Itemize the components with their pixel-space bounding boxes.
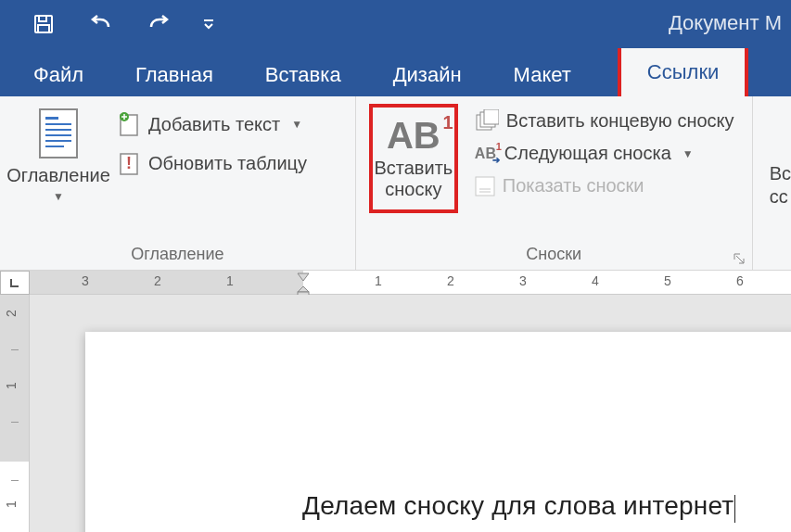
save-icon [32,13,55,35]
next-footnote-button[interactable]: AB1➔ Следующая сноска ▼ [475,143,734,164]
ruler-num: 3 [519,273,527,288]
ruler-num: 6 [736,273,744,288]
tab-design[interactable]: Дизайн [388,54,467,96]
chevron-down-icon: ▼ [53,190,64,203]
update-table-icon: ! [119,150,141,176]
tab-layout[interactable]: Макет [508,54,577,96]
svg-rect-7 [45,134,71,136]
show-footnotes-label: Показать сноски [503,175,644,196]
redo-button[interactable] [143,8,174,40]
tab-stop-icon [9,277,20,288]
insert-footnote-label-1: Вставить [374,158,453,178]
update-table-button[interactable]: ! Обновить таблицу [119,150,307,176]
add-text-icon [119,111,141,137]
dialog-launcher-icon [734,253,745,264]
footnote-ab-icon: AB1 [387,117,440,154]
svg-rect-3 [40,109,77,158]
svg-rect-9 [45,146,64,147]
show-footnotes-button: Показать сноски [475,175,734,196]
update-table-label: Обновить таблицу [148,153,307,174]
svg-rect-4 [45,117,58,120]
insert-footnote-button[interactable]: AB1 Вставить сноску [369,104,458,213]
undo-icon [88,14,114,34]
tab-selector[interactable] [0,271,30,295]
tab-references[interactable]: Ссылки [618,44,748,100]
toc-button-label: Оглавление [6,165,110,186]
document-canvas[interactable]: Делаем сноску для слова интернет [30,295,791,532]
ruler-num: 3 [82,273,89,288]
tab-home[interactable]: Главная [130,54,219,96]
svg-text:!: ! [126,154,132,172]
chevron-down-icon [202,18,215,31]
group-label-footnotes: Сноски [369,241,739,266]
insert-endnote-button[interactable]: Вставить концевую сноску [475,109,734,132]
chevron-down-icon: ▼ [291,118,302,131]
ruler-num: 1 [226,273,234,288]
pages-stack-icon [475,109,499,132]
lines-icon [475,176,495,196]
group-citations-partial: Вс сс [753,96,791,270]
workspace: 2 1 1 Делаем сноску для слова интернет [0,295,791,532]
partial-line1: Вс [770,162,791,185]
vertical-ruler[interactable]: 2 1 1 [0,295,30,532]
vruler-num: 2 [4,310,19,317]
page[interactable]: Делаем сноску для слова интернет [85,332,791,532]
add-text-label: Добавить текст [148,114,280,135]
vruler-num: 1 [4,382,19,389]
table-of-contents-button[interactable]: Оглавление ▼ [7,108,109,203]
text-cursor [734,495,735,523]
insert-endnote-label: Вставить концевую сноску [506,110,734,132]
svg-rect-1 [39,16,46,21]
dialog-launcher-footnotes[interactable] [734,251,746,264]
next-footnote-label: Следующая сноска [504,143,671,164]
group-table-of-contents: Оглавление ▼ Добавить текст ▼ ! Обновить… [0,96,356,270]
horizontal-ruler-row: 3 2 1 1 2 3 4 5 6 [0,271,791,295]
svg-rect-2 [38,25,49,32]
tab-insert[interactable]: Вставка [260,54,347,96]
ruler-num: 2 [154,273,161,288]
ruler-num: 5 [664,273,671,288]
ruler-num: 1 [375,273,382,288]
vruler-num: 1 [4,500,19,508]
ribbon-tabs: Файл Главная Вставка Дизайн Макет Ссылки… [0,48,791,96]
group-footnotes: AB1 Вставить сноску Вставить концевую сн… [356,96,753,270]
redo-icon [146,14,172,34]
body-text[interactable]: Делаем сноску для слова интернет [302,491,735,523]
svg-rect-17 [476,177,494,196]
svg-rect-16 [484,109,499,124]
horizontal-ruler[interactable]: 3 2 1 1 2 3 4 5 6 [30,271,791,294]
svg-rect-6 [45,129,71,131]
partial-line2: сс [770,185,791,209]
insert-footnote-label-2: сноску [385,179,441,199]
next-footnote-icon: AB1➔ [475,146,497,162]
svg-rect-8 [45,140,71,142]
svg-rect-5 [45,123,71,125]
document-page-icon [36,108,81,159]
ribbon: Оглавление ▼ Добавить текст ▼ ! Обновить… [0,96,791,271]
ruler-num: 4 [592,273,599,288]
customize-qat-button[interactable] [200,8,217,40]
undo-button[interactable] [85,8,117,40]
group-label-toc: Оглавление [13,241,342,266]
add-text-button[interactable]: Добавить текст ▼ [119,111,307,137]
chevron-down-icon: ▼ [683,147,694,160]
ruler-num: 2 [447,273,454,288]
quick-access-toolbar [0,8,217,40]
save-button[interactable] [28,8,59,40]
tab-file[interactable]: Файл [28,54,89,96]
document-title: Документ M [669,11,782,35]
title-bar: Документ M [0,0,791,48]
